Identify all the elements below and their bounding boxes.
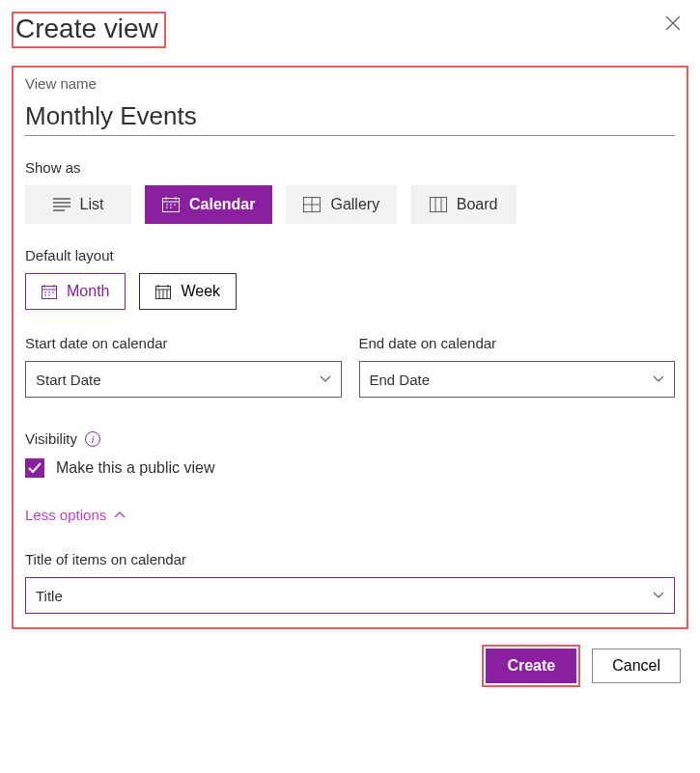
start-date-value: Start Date: [36, 372, 101, 388]
public-view-label: Make this a public view: [56, 459, 215, 477]
show-as-list-button[interactable]: List: [25, 185, 131, 224]
form-body-highlight: View name Show as List Calendar Gallery …: [12, 66, 688, 629]
close-button[interactable]: [658, 12, 688, 35]
visibility-label: Visibility: [25, 430, 77, 447]
dialog-title-highlight: Create view: [12, 12, 166, 48]
calendar-month-icon: [42, 285, 57, 299]
show-as-label: Show as: [25, 159, 675, 176]
layout-week-button[interactable]: Week: [139, 273, 237, 310]
less-options-toggle[interactable]: Less options: [25, 507, 126, 523]
show-as-board-label: Board: [457, 196, 498, 213]
close-icon: [665, 15, 681, 31]
show-as-calendar-button[interactable]: Calendar: [145, 185, 272, 224]
list-icon: [53, 198, 70, 211]
cancel-button[interactable]: Cancel: [592, 649, 681, 683]
show-as-list-label: List: [80, 196, 104, 213]
layout-week-label: Week: [181, 283, 220, 300]
chevron-up-icon: [114, 511, 126, 519]
create-button[interactable]: Create: [486, 649, 576, 683]
calendar-week-icon: [155, 285, 171, 299]
calendar-icon: [162, 197, 180, 212]
start-date-select[interactable]: Start Date: [25, 361, 342, 398]
show-as-calendar-label: Calendar: [189, 196, 255, 213]
less-options-label: Less options: [25, 507, 106, 523]
chevron-down-icon: [320, 375, 331, 383]
show-as-group: List Calendar Gallery Board: [25, 185, 675, 224]
view-name-input[interactable]: [25, 96, 675, 136]
start-date-label: Start date on calendar: [25, 335, 342, 351]
info-icon[interactable]: i: [85, 431, 100, 447]
visibility-row: Visibility i: [25, 430, 675, 447]
title-items-value: Title: [36, 588, 63, 604]
dialog-footer: Create Cancel: [12, 645, 688, 687]
gallery-icon: [303, 197, 321, 212]
end-date-value: End Date: [370, 372, 431, 388]
default-layout-label: Default layout: [25, 247, 675, 263]
view-name-label: View name: [25, 75, 675, 92]
create-button-highlight: Create: [482, 645, 580, 687]
board-icon: [430, 197, 447, 212]
show-as-board-button[interactable]: Board: [410, 185, 517, 224]
layout-month-button[interactable]: Month: [25, 273, 126, 310]
chevron-down-icon: [653, 592, 664, 599]
layout-month-label: Month: [67, 283, 109, 300]
end-date-label: End date on calendar: [359, 335, 676, 351]
chevron-down-icon: [653, 375, 664, 383]
public-view-checkbox[interactable]: [25, 458, 44, 478]
layout-group: Month Week: [25, 273, 675, 310]
show-as-gallery-label: Gallery: [330, 196, 379, 213]
dialog-title: Create view: [15, 14, 158, 44]
end-date-select[interactable]: End Date: [359, 361, 676, 398]
show-as-gallery-button[interactable]: Gallery: [286, 185, 397, 224]
title-items-select[interactable]: Title: [25, 577, 675, 614]
check-icon: [28, 462, 42, 474]
title-items-label: Title of items on calendar: [25, 551, 675, 567]
svg-rect-2: [430, 198, 446, 212]
